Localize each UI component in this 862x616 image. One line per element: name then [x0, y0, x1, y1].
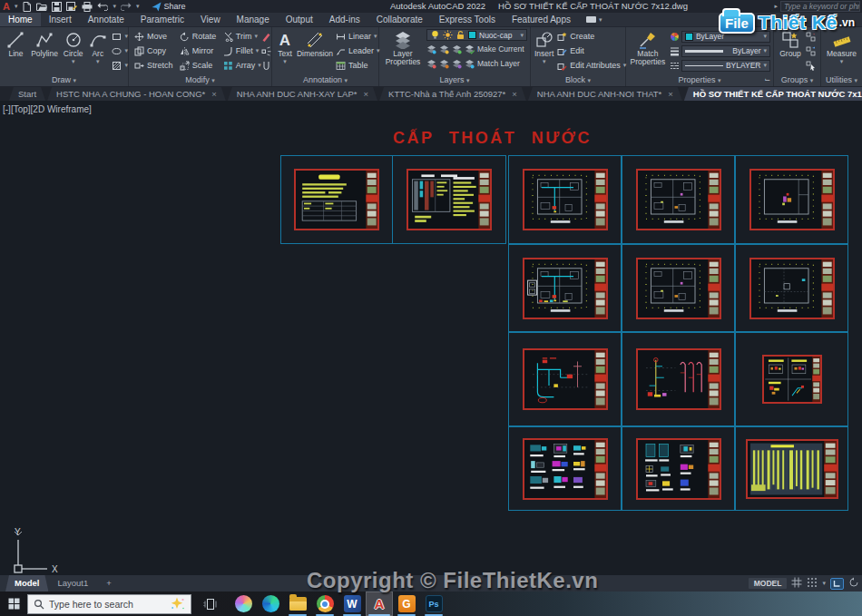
explode-button[interactable] — [261, 44, 271, 58]
share-button[interactable]: Share — [152, 2, 186, 12]
file-tab-1[interactable]: HSTC NHA A CHUNG - HOAN CONG*× — [47, 87, 226, 101]
rotate-button[interactable]: Rotate — [180, 29, 223, 44]
linetype-dropdown[interactable]: BYLAYER ▾ — [681, 60, 770, 72]
open-file-icon[interactable] — [36, 2, 47, 12]
redo-caret-icon[interactable]: ▾ — [136, 3, 140, 10]
mirror-button[interactable]: Mirror — [180, 44, 223, 58]
drawing-sheet-details-b[interactable] — [636, 438, 721, 500]
ribbon-tab-insert[interactable]: Insert — [41, 13, 80, 26]
close-tab-icon[interactable]: × — [211, 89, 217, 99]
leader-button[interactable]: Leader▾ — [336, 44, 380, 58]
start-button[interactable] — [0, 592, 27, 616]
ribbon-tab-parametric[interactable]: Parametric — [132, 13, 192, 26]
copilot-sparkle-icon[interactable] — [170, 597, 185, 611]
file-tab-2[interactable]: NHA ANH DUC ANH-XAY LAP*× — [228, 87, 377, 101]
taskbar-app-chrome[interactable] — [311, 592, 338, 616]
taskbar-app-photoshop[interactable]: Ps — [420, 592, 447, 616]
viewport-controls[interactable]: [-][Top][2D Wireframe] — [3, 104, 92, 114]
arc-button[interactable]: Arc ▾ — [87, 29, 108, 65]
edit-block-button[interactable]: Edit — [557, 44, 626, 58]
layer-dropdown-caret-icon[interactable]: ▾ — [520, 32, 524, 39]
rectangle-button[interactable]: ▾ — [112, 29, 128, 44]
sheet-cell-notes[interactable] — [392, 155, 506, 244]
drawing-sheet-quad[interactable] — [762, 355, 822, 404]
layer-tool-icon[interactable] — [439, 59, 449, 69]
make-current-button[interactable]: Make Current — [426, 43, 527, 55]
layers-panel-label[interactable]: Layers ▾ — [379, 74, 530, 86]
erase-button[interactable] — [261, 29, 271, 44]
sheet-cell-risers[interactable] — [622, 332, 735, 426]
model-space-button[interactable]: MODEL — [749, 578, 788, 589]
drawing-sheet-plan[interactable] — [636, 169, 721, 230]
search-flyout-caret-icon[interactable]: ▸ — [774, 3, 778, 10]
drawing-sheet-plan-color[interactable] — [523, 258, 608, 319]
drawing-sheet-risers[interactable] — [636, 348, 721, 410]
text-button[interactable]: A Text▾ — [276, 29, 294, 65]
sheet-cell-plan-color[interactable] — [508, 244, 622, 332]
circle-button[interactable]: Circle ▾ — [61, 29, 85, 65]
ribbon-display-toggle[interactable]: ▾ — [586, 13, 602, 26]
layer-tool-icon[interactable] — [452, 59, 462, 69]
sheet-cell-plan-empty[interactable] — [735, 155, 848, 244]
help-search-input[interactable]: Type a keyword or phras — [780, 1, 860, 12]
layer-tool-icon[interactable] — [452, 44, 462, 54]
drawing-sheet-plan-cyan[interactable] — [523, 169, 608, 230]
autocad-app-icon[interactable]: A — [3, 1, 10, 12]
file-tab-0[interactable]: Start — [9, 87, 45, 101]
save-icon[interactable] — [52, 2, 62, 12]
layer-unlock-icon[interactable] — [455, 30, 465, 40]
measure-button[interactable]: Measure▾ — [824, 29, 860, 65]
sheet-cell-details-a[interactable] — [508, 426, 622, 511]
close-tab-icon[interactable]: × — [512, 89, 517, 99]
plot-icon[interactable] — [82, 2, 93, 12]
layer-tool-icon[interactable] — [426, 59, 436, 69]
sheet-cell-plan[interactable] — [622, 244, 735, 332]
groups-panel-label[interactable]: Groups ▾ — [774, 74, 820, 86]
layer-dropdown[interactable]: Nuoc-cap ▾ — [426, 29, 527, 41]
array-button[interactable]: Array▾ — [223, 58, 261, 73]
sheet-cell-cover[interactable] — [280, 155, 393, 244]
close-tab-icon[interactable]: × — [668, 89, 673, 99]
match-properties-button[interactable]: Match Properties — [630, 29, 666, 66]
task-view-button[interactable] — [197, 592, 224, 616]
grid-display-icon[interactable] — [791, 575, 802, 592]
polar-tracking-icon[interactable] — [848, 575, 859, 592]
layout1-tab[interactable]: Layout1 — [48, 575, 97, 592]
linear-button[interactable]: Linear▾ — [336, 29, 380, 44]
new-file-icon[interactable] — [22, 2, 32, 12]
taskbar-app-gstarcad[interactable]: G — [393, 592, 420, 616]
taskbar-app-edge[interactable] — [257, 592, 284, 616]
drawing-sheet-plan-empty2[interactable] — [749, 258, 835, 319]
move-button[interactable]: Move — [134, 29, 180, 44]
sheet-cell-details-b[interactable] — [622, 426, 735, 511]
snap-mode-icon[interactable] — [807, 575, 818, 592]
sheet-cell-schematic[interactable] — [508, 332, 622, 426]
insert-block-button[interactable]: Insert▾ — [534, 29, 553, 65]
drawing-sheet-cover[interactable] — [294, 169, 379, 230]
ribbon-tab-featured-apps[interactable]: Featured Apps — [504, 13, 579, 26]
line-button[interactable]: Line — [4, 29, 28, 58]
lineweight-dropdown[interactable]: ByLayer ▾ — [681, 45, 770, 57]
ribbon-tab-annotate[interactable]: Annotate — [80, 13, 132, 26]
drawing-sheet-plan-empty[interactable] — [749, 169, 835, 230]
drawing-sheet-details-a[interactable] — [523, 438, 608, 500]
undo-icon[interactable] — [97, 2, 108, 11]
table-button[interactable]: Table — [336, 58, 380, 73]
redo-icon[interactable] — [121, 2, 132, 11]
taskbar-app-word[interactable]: W — [338, 592, 366, 616]
taskbar-search-input[interactable]: Type here to search — [27, 594, 191, 614]
group-edit-button[interactable] — [806, 44, 816, 58]
annotation-panel-label[interactable]: Annotation ▾ — [272, 74, 378, 86]
file-tab-3[interactable]: KTTC-Nhà a Thế Anh 250927*× — [379, 87, 526, 101]
offset-button[interactable] — [261, 58, 271, 73]
model-tab[interactable]: Model — [5, 575, 48, 592]
app-menu-caret-icon[interactable]: ▾ — [15, 3, 18, 10]
ribbon-tab-collaborate[interactable]: Collaborate — [368, 13, 431, 26]
dimension-button[interactable]: Dimension — [298, 29, 332, 58]
save-as-icon[interactable] — [66, 2, 77, 12]
modify-panel-label[interactable]: Modify ▾ — [129, 74, 271, 86]
group-select-button[interactable] — [806, 58, 816, 73]
ribbon-tab-home[interactable]: Home — [0, 13, 41, 26]
drawing-sheet-schedule[interactable] — [746, 439, 838, 499]
utilities-panel-label[interactable]: Utilities ▾ — [821, 74, 862, 86]
